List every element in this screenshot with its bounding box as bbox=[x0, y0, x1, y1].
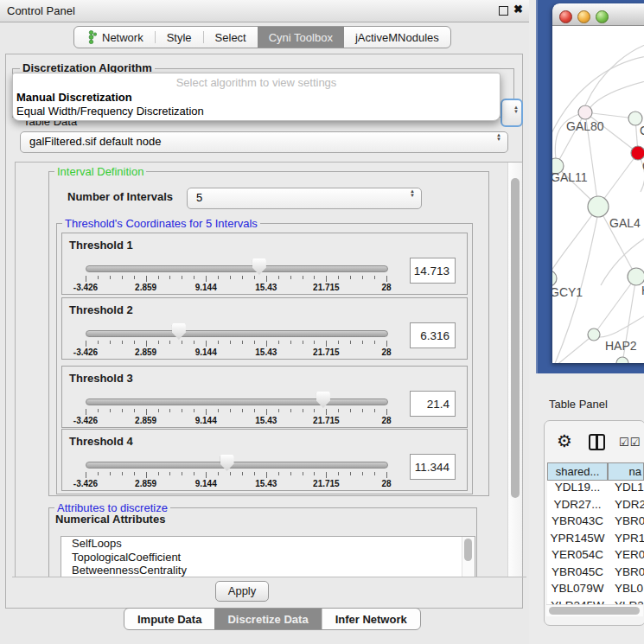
slider-tick bbox=[146, 276, 147, 282]
numerical-attributes-list[interactable]: SelfLoopsTopologicalCoefficientBetweenne… bbox=[61, 536, 475, 577]
slider-tick bbox=[134, 409, 135, 412]
checkbox-icons[interactable]: ☑☑ bbox=[619, 436, 641, 449]
slider-tick bbox=[169, 472, 170, 475]
settings-viewport: Interval Definition Number of Intervals … bbox=[15, 162, 523, 577]
slider-tick bbox=[350, 341, 351, 344]
slider-tick bbox=[158, 276, 159, 279]
slider-thumb[interactable] bbox=[220, 455, 234, 471]
table-panel-title: Table Panel bbox=[549, 398, 608, 411]
split-columns-icon[interactable] bbox=[589, 434, 605, 450]
slider-tick bbox=[122, 341, 123, 344]
slider-tick bbox=[338, 472, 339, 475]
slider-tick-label: 21.715 bbox=[313, 479, 340, 488]
threshold-value-field[interactable]: 21.4 bbox=[410, 391, 456, 417]
slider-thumb[interactable] bbox=[172, 323, 186, 340]
slider-tick bbox=[146, 409, 147, 415]
threshold-value-field[interactable]: 6.316 bbox=[410, 322, 456, 348]
slider-tick bbox=[374, 341, 375, 344]
network-window[interactable]: GAL80GACGAL11GAL4GCY1HHAP2 bbox=[552, 3, 644, 363]
network-node[interactable] bbox=[631, 146, 644, 160]
slider-tick bbox=[362, 409, 363, 412]
network-node[interactable] bbox=[578, 105, 592, 119]
float-icon[interactable] bbox=[499, 6, 508, 16]
slider-tick-label: 21.715 bbox=[313, 416, 340, 425]
network-node[interactable] bbox=[588, 328, 600, 341]
list-item[interactable]: BetweennessCentrality bbox=[61, 564, 475, 577]
number-of-intervals-label: Number of Intervals bbox=[67, 190, 173, 203]
threshold-panel: Threshold 2-3.4262.8599.14415.4321.71528… bbox=[61, 297, 468, 360]
list-item[interactable]: SelfLoops bbox=[61, 537, 475, 551]
slider-track[interactable] bbox=[86, 265, 388, 272]
network-node[interactable] bbox=[588, 196, 609, 217]
tab-jactivemnodules[interactable]: jActiveMNodules bbox=[344, 27, 450, 48]
threshold-value-field[interactable]: 11.344 bbox=[410, 454, 456, 480]
slider-tick bbox=[86, 409, 86, 415]
scrollbar-thumb[interactable] bbox=[511, 178, 520, 498]
settings-scrollbar[interactable] bbox=[507, 163, 522, 577]
slider-tick bbox=[290, 341, 291, 344]
apply-button[interactable]: Apply bbox=[215, 581, 269, 602]
slider-track[interactable] bbox=[86, 462, 388, 469]
network-graph: GAL80GACGAL11GAL4GCY1HHAP2 bbox=[552, 26, 644, 363]
table-row[interactable]: YER054CYER0 bbox=[547, 548, 644, 565]
threshold-value-field[interactable]: 14.713 bbox=[410, 258, 456, 284]
table-row[interactable]: YDR27...YDR2 bbox=[547, 498, 644, 515]
slider-tick bbox=[98, 341, 99, 344]
tab-cyni-toolbox[interactable]: Cyni Toolbox bbox=[258, 27, 344, 48]
close-icon[interactable]: ✖ bbox=[513, 3, 523, 16]
network-node[interactable] bbox=[552, 271, 557, 286]
table-row[interactable]: YDL19...YDL1 bbox=[547, 481, 644, 498]
list-scrollbar[interactable] bbox=[462, 537, 475, 577]
table-cell: YPR1 bbox=[608, 532, 644, 549]
popup-hint: Select algorithm to view settings bbox=[13, 76, 500, 89]
slider-tick-label: 21.715 bbox=[313, 283, 340, 292]
slider-tick-label: -3.426 bbox=[73, 283, 98, 292]
table-data-combobox[interactable]: galFiltered.sif default node ▲▼ bbox=[20, 131, 508, 153]
horizontal-scrollbar[interactable] bbox=[546, 604, 643, 616]
table-column-header[interactable]: shared... bbox=[547, 462, 608, 481]
table-row[interactable]: YBL079WYBL0 bbox=[547, 582, 644, 599]
tab-impute-data[interactable]: Impute Data bbox=[124, 609, 214, 629]
tab-style[interactable]: Style bbox=[156, 27, 203, 48]
close-traffic-light-icon[interactable] bbox=[559, 10, 572, 23]
slider-thumb[interactable] bbox=[252, 258, 266, 275]
network-node[interactable] bbox=[616, 357, 628, 363]
algorithm-combobox[interactable]: ▲▼ bbox=[501, 99, 523, 127]
slider-tick bbox=[86, 276, 86, 282]
slider-thumb[interactable] bbox=[316, 392, 330, 408]
slider-tick bbox=[326, 341, 327, 347]
slider-tick bbox=[242, 472, 243, 475]
popup-option-equal-width[interactable]: Equal Width/Frequency Discretization bbox=[16, 105, 204, 118]
tab-discretize-data[interactable]: Discretize Data bbox=[214, 609, 321, 629]
slider-tick bbox=[169, 409, 170, 412]
scrollbar-thumb[interactable] bbox=[549, 607, 640, 615]
table-cell: YER054C bbox=[547, 548, 608, 565]
tab-network[interactable]: Network bbox=[74, 27, 155, 48]
tab-select[interactable]: Select bbox=[204, 27, 258, 48]
slider-tick bbox=[110, 276, 111, 279]
slider-track[interactable] bbox=[86, 330, 388, 337]
slider-tick bbox=[290, 472, 291, 475]
popup-option-manual-discretization[interactable]: Manual Discretization bbox=[16, 91, 132, 104]
network-canvas[interactable]: GAL80GACGAL11GAL4GCY1HHAP2 bbox=[552, 26, 644, 363]
list-item[interactable]: TopologicalCoefficient bbox=[61, 551, 475, 564]
combo-arrows-icon: ▲▼ bbox=[496, 133, 501, 142]
network-node[interactable] bbox=[628, 268, 644, 285]
slider-tick bbox=[122, 409, 123, 412]
network-window-titlebar[interactable] bbox=[552, 3, 644, 26]
network-node-label: HAP2 bbox=[605, 339, 637, 353]
slider-tick bbox=[146, 341, 147, 347]
table-row[interactable]: YBR045CYBR0 bbox=[547, 565, 644, 583]
minimize-traffic-light-icon[interactable] bbox=[577, 10, 590, 23]
gear-icon[interactable]: ⚙ bbox=[557, 432, 572, 450]
slider-track[interactable] bbox=[86, 399, 388, 405]
slider-tick bbox=[386, 276, 387, 282]
table-row[interactable]: YBR043CYBR0 bbox=[547, 514, 644, 532]
table-row[interactable]: YPR145WYPR1 bbox=[547, 532, 644, 549]
bottom-tabbar: Impute Data Discretize Data Infer Networ… bbox=[124, 608, 421, 630]
table-column-header[interactable]: na bbox=[608, 462, 644, 481]
network-node-label: GAL80 bbox=[566, 119, 604, 133]
tab-infer-network[interactable]: Infer Network bbox=[322, 609, 420, 629]
number-of-intervals-combobox[interactable]: 5 ▲▼ bbox=[187, 188, 422, 209]
zoom-traffic-light-icon[interactable] bbox=[596, 10, 609, 23]
